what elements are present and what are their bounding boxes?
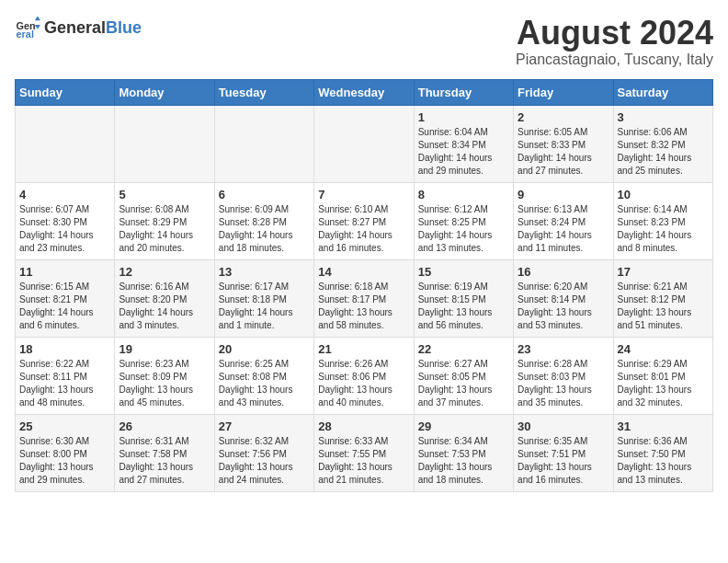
day-number: 17 [618,265,709,279]
calendar-cell: 20Sunrise: 6:25 AM Sunset: 8:08 PM Dayli… [214,337,313,414]
calendar-cell: 27Sunrise: 6:32 AM Sunset: 7:56 PM Dayli… [214,414,313,491]
calendar-cell: 8Sunrise: 6:12 AM Sunset: 8:25 PM Daylig… [414,182,513,259]
logo-text: GeneralBlue [44,18,142,38]
day-info: Sunrise: 6:31 AM Sunset: 7:58 PM Dayligh… [119,435,210,487]
calendar-cell: 9Sunrise: 6:13 AM Sunset: 8:24 PM Daylig… [514,182,613,259]
day-info: Sunrise: 6:10 AM Sunset: 8:27 PM Dayligh… [318,203,409,255]
calendar-table: SundayMondayTuesdayWednesdayThursdayFrid… [15,79,713,492]
day-info: Sunrise: 6:14 AM Sunset: 8:23 PM Dayligh… [618,203,709,255]
day-number: 29 [418,419,509,433]
calendar-week-2: 4Sunrise: 6:07 AM Sunset: 8:30 PM Daylig… [16,182,713,259]
day-info: Sunrise: 6:33 AM Sunset: 7:55 PM Dayligh… [318,435,409,487]
logo-blue: Blue [106,18,142,37]
day-number: 7 [318,188,409,201]
day-number: 24 [618,342,709,356]
calendar-cell: 24Sunrise: 6:29 AM Sunset: 8:01 PM Dayli… [613,337,712,414]
calendar-cell: 16Sunrise: 6:20 AM Sunset: 8:14 PM Dayli… [514,259,613,337]
day-info: Sunrise: 6:06 AM Sunset: 8:32 PM Dayligh… [618,126,709,178]
day-info: Sunrise: 6:08 AM Sunset: 8:29 PM Dayligh… [119,203,210,255]
day-info: Sunrise: 6:36 AM Sunset: 7:50 PM Dayligh… [618,435,709,487]
calendar-cell: 15Sunrise: 6:19 AM Sunset: 8:15 PM Dayli… [414,259,513,337]
day-info: Sunrise: 6:18 AM Sunset: 8:17 PM Dayligh… [318,281,409,332]
logo-general: General [44,18,106,37]
day-number: 23 [518,342,609,356]
calendar-cell: 4Sunrise: 6:07 AM Sunset: 8:30 PM Daylig… [16,182,115,259]
location-subtitle: Piancastagnaio, Tuscany, Italy [516,52,713,68]
day-info: Sunrise: 6:35 AM Sunset: 7:51 PM Dayligh… [518,435,609,487]
day-info: Sunrise: 6:09 AM Sunset: 8:28 PM Dayligh… [219,203,310,255]
day-number: 28 [318,419,409,433]
calendar-week-1: 1Sunrise: 6:04 AM Sunset: 8:34 PM Daylig… [16,105,713,182]
calendar-cell: 22Sunrise: 6:27 AM Sunset: 8:05 PM Dayli… [414,337,513,414]
calendar-week-5: 25Sunrise: 6:30 AM Sunset: 8:00 PM Dayli… [16,414,713,491]
calendar-week-4: 18Sunrise: 6:22 AM Sunset: 8:11 PM Dayli… [16,337,713,414]
calendar-cell: 23Sunrise: 6:28 AM Sunset: 8:03 PM Dayli… [514,337,613,414]
logo: Gen eral GeneralBlue [15,15,142,40]
day-info: Sunrise: 6:19 AM Sunset: 8:15 PM Dayligh… [418,281,509,332]
svg-marker-2 [35,17,40,21]
day-number: 4 [19,188,110,201]
day-number: 2 [518,110,609,124]
calendar-cell: 18Sunrise: 6:22 AM Sunset: 8:11 PM Dayli… [16,337,115,414]
day-number: 31 [618,419,709,433]
calendar-cell: 30Sunrise: 6:35 AM Sunset: 7:51 PM Dayli… [514,414,613,491]
column-header-thursday: Thursday [414,79,513,105]
day-number: 19 [119,342,210,356]
day-info: Sunrise: 6:22 AM Sunset: 8:11 PM Dayligh… [19,358,110,409]
calendar-cell: 10Sunrise: 6:14 AM Sunset: 8:23 PM Dayli… [613,182,712,259]
day-info: Sunrise: 6:30 AM Sunset: 8:00 PM Dayligh… [19,435,110,487]
day-number: 30 [518,419,609,433]
title-section: August 2024 Piancastagnaio, Tuscany, Ita… [516,15,713,68]
day-number: 25 [19,419,110,433]
day-info: Sunrise: 6:29 AM Sunset: 8:01 PM Dayligh… [618,358,709,409]
day-number: 11 [19,265,110,279]
logo-icon: Gen eral [15,15,40,40]
calendar-cell [214,105,313,182]
calendar-cell: 7Sunrise: 6:10 AM Sunset: 8:27 PM Daylig… [314,182,414,259]
calendar-cell: 5Sunrise: 6:08 AM Sunset: 8:29 PM Daylig… [115,182,214,259]
day-info: Sunrise: 6:15 AM Sunset: 8:21 PM Dayligh… [19,281,110,332]
day-number: 27 [219,419,310,433]
day-number: 21 [318,342,409,356]
column-header-tuesday: Tuesday [214,79,313,105]
day-number: 1 [418,110,509,124]
day-number: 9 [518,188,609,201]
calendar-cell: 12Sunrise: 6:16 AM Sunset: 8:20 PM Dayli… [115,259,214,337]
day-number: 3 [618,110,709,124]
page-header: Gen eral GeneralBlue August 2024 Piancas… [15,15,713,68]
calendar-cell: 3Sunrise: 6:06 AM Sunset: 8:32 PM Daylig… [613,105,712,182]
day-number: 12 [119,265,210,279]
day-info: Sunrise: 6:25 AM Sunset: 8:08 PM Dayligh… [219,358,310,409]
day-number: 16 [518,265,609,279]
calendar-cell: 17Sunrise: 6:21 AM Sunset: 8:12 PM Dayli… [613,259,712,337]
calendar-cell: 13Sunrise: 6:17 AM Sunset: 8:18 PM Dayli… [214,259,313,337]
column-header-wednesday: Wednesday [314,79,414,105]
month-year-title: August 2024 [516,15,713,52]
day-info: Sunrise: 6:07 AM Sunset: 8:30 PM Dayligh… [19,203,110,255]
day-number: 18 [19,342,110,356]
calendar-cell: 21Sunrise: 6:26 AM Sunset: 8:06 PM Dayli… [314,337,414,414]
calendar-cell: 26Sunrise: 6:31 AM Sunset: 7:58 PM Dayli… [115,414,214,491]
day-info: Sunrise: 6:26 AM Sunset: 8:06 PM Dayligh… [318,358,409,409]
day-info: Sunrise: 6:04 AM Sunset: 8:34 PM Dayligh… [418,126,509,178]
day-number: 22 [418,342,509,356]
calendar-cell: 11Sunrise: 6:15 AM Sunset: 8:21 PM Dayli… [16,259,115,337]
day-info: Sunrise: 6:12 AM Sunset: 8:25 PM Dayligh… [418,203,509,255]
day-info: Sunrise: 6:17 AM Sunset: 8:18 PM Dayligh… [219,281,310,332]
column-header-sunday: Sunday [16,79,115,105]
calendar-cell: 1Sunrise: 6:04 AM Sunset: 8:34 PM Daylig… [414,105,513,182]
day-number: 13 [219,265,310,279]
day-number: 15 [418,265,509,279]
day-info: Sunrise: 6:23 AM Sunset: 8:09 PM Dayligh… [119,358,210,409]
day-number: 20 [219,342,310,356]
calendar-cell: 25Sunrise: 6:30 AM Sunset: 8:00 PM Dayli… [16,414,115,491]
calendar-week-3: 11Sunrise: 6:15 AM Sunset: 8:21 PM Dayli… [16,259,713,337]
calendar-cell: 19Sunrise: 6:23 AM Sunset: 8:09 PM Dayli… [115,337,214,414]
day-info: Sunrise: 6:20 AM Sunset: 8:14 PM Dayligh… [518,281,609,332]
calendar-cell: 14Sunrise: 6:18 AM Sunset: 8:17 PM Dayli… [314,259,414,337]
calendar-cell: 2Sunrise: 6:05 AM Sunset: 8:33 PM Daylig… [514,105,613,182]
day-number: 5 [119,188,210,201]
day-info: Sunrise: 6:32 AM Sunset: 7:56 PM Dayligh… [219,435,310,487]
day-number: 26 [119,419,210,433]
calendar-cell [16,105,115,182]
